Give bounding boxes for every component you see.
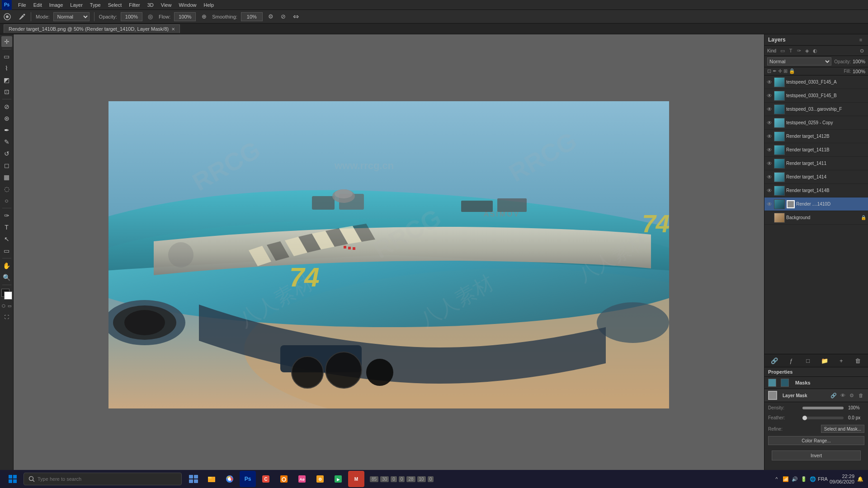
filter-text-icon[interactable]: T [787, 47, 794, 54]
background-color[interactable] [4, 291, 12, 300]
menu-help[interactable]: Help [200, 1, 218, 9]
mode-select[interactable]: Normal Multiply Screen [53, 12, 90, 21]
doc-close-btn[interactable]: ✕ [171, 27, 175, 32]
windows-start-btn[interactable] [4, 470, 22, 488]
screen-mode-btn[interactable]: ⛶ [1, 311, 12, 322]
taskbar-app8[interactable]: ▶ [330, 471, 346, 487]
type-tool[interactable]: T [1, 222, 12, 233]
color-range-btn[interactable]: Color Range... [768, 436, 864, 445]
layers-menu-btn[interactable]: ≡ [857, 36, 864, 43]
pen-tool[interactable]: ✑ [1, 210, 12, 221]
path-select-tool[interactable]: ↖ [1, 234, 12, 244]
smoothing-input[interactable] [241, 12, 263, 21]
layer-item[interactable]: 👁 testspeed_0259 - Copy [764, 116, 868, 130]
dodge-tool[interactable]: ○ [1, 195, 12, 206]
symmetry-btn[interactable]: ⇔ [292, 12, 301, 21]
menu-layer[interactable]: Layer [66, 1, 86, 9]
density-bar[interactable] [802, 407, 844, 409]
layer-item[interactable]: 👁 Render target_1414 [764, 170, 868, 184]
filter-path-icon[interactable]: ✑ [795, 47, 802, 54]
taskbar-taskview[interactable] [185, 471, 202, 487]
opacity-input[interactable] [121, 12, 142, 21]
eyedropper-tool[interactable]: ⊘ [1, 101, 12, 112]
lock-all-icon[interactable]: 🔒 [789, 68, 795, 74]
color-swatch[interactable] [0, 288, 13, 300]
layer-item[interactable]: 👁 Render target_1411B [764, 143, 868, 157]
feather-bar[interactable] [802, 417, 844, 419]
lock-artboard-icon[interactable]: ⊞ [783, 68, 788, 74]
mask-settings-btn[interactable]: ⚙ [848, 392, 855, 399]
tray-network-icon[interactable]: 📶 [782, 475, 790, 483]
pixel-mask-btn[interactable] [768, 379, 776, 387]
clone-stamp-tool[interactable]: ✎ [1, 136, 12, 147]
tool-preset-picker[interactable] [3, 12, 12, 21]
menu-view[interactable]: View [157, 1, 175, 9]
taskbar-blender[interactable] [276, 471, 292, 487]
visibility-toggle[interactable]: 👁 [766, 79, 773, 85]
layer-item-active[interactable]: 👁 Render ....1410D [764, 197, 868, 211]
brush-tool-btn[interactable] [17, 12, 26, 21]
visibility-toggle[interactable]: 👁 [766, 188, 773, 194]
menu-image[interactable]: Image [46, 1, 67, 9]
visibility-toggle[interactable]: 👁 [766, 106, 773, 113]
object-select-tool[interactable]: ◩ [1, 75, 12, 85]
vector-mask-btn[interactable] [781, 379, 789, 387]
tray-battery-icon[interactable]: 🔋 [800, 475, 808, 483]
delete-layer-btn[interactable]: 🗑 [854, 356, 863, 365]
visibility-toggle[interactable]: 👁 [766, 133, 773, 140]
new-group-btn[interactable]: 📁 [820, 356, 829, 365]
taskbar-search[interactable] [24, 473, 182, 485]
layer-item[interactable]: 👁 testspeed_0303_F145_A [764, 75, 868, 89]
lock-position-icon[interactable]: ✛ [778, 68, 782, 74]
taskbar-chrome[interactable] [222, 471, 238, 487]
crop-tool[interactable]: ⊡ [1, 86, 12, 97]
tray-up-arrow[interactable]: ^ [773, 475, 781, 483]
layer-item[interactable]: 👁 testspeed_0303_F145_B [764, 89, 868, 103]
menu-filter[interactable]: Filter [125, 1, 143, 9]
notification-btn[interactable]: 🔔 [856, 475, 864, 483]
layer-item-background[interactable]: 👁 Background 🔒 [764, 211, 868, 225]
history-brush-tool[interactable]: ↺ [1, 148, 12, 159]
visibility-toggle[interactable]: 👁 [766, 120, 773, 126]
menu-file[interactable]: File [14, 1, 30, 9]
filter-adj-icon[interactable]: ◐ [811, 47, 819, 54]
flow-input[interactable] [174, 12, 196, 21]
taskbar-app5[interactable]: C [258, 471, 274, 487]
menu-select[interactable]: Select [104, 1, 126, 9]
standard-mode-btn[interactable]: ▭ [7, 303, 13, 309]
brush-tool[interactable]: ✒ [1, 125, 12, 136]
select-and-mask-btn[interactable]: Select and Mask... [821, 425, 864, 433]
taskbar-photoshop[interactable]: Ps [240, 471, 256, 487]
brush-angle-btn[interactable]: ⊘ [279, 12, 288, 21]
lock-image-icon[interactable]: ✒ [773, 68, 777, 74]
layer-item[interactable]: 👁 Render target_1412B [764, 130, 868, 143]
taskbar-explorer[interactable] [203, 471, 220, 487]
visibility-toggle[interactable]: 👁 [766, 201, 773, 207]
lasso-tool[interactable]: ⌇ [1, 63, 12, 74]
filter-pixel-icon[interactable]: ▭ [779, 47, 786, 54]
taskbar-app6[interactable]: Ae [294, 471, 310, 487]
mask-view-btn[interactable]: 👁 [839, 392, 846, 399]
gradient-tool[interactable]: ▦ [1, 172, 12, 183]
invert-btn[interactable]: Invert [772, 450, 861, 460]
spot-heal-tool[interactable]: ⊛ [1, 113, 12, 124]
move-tool[interactable]: ✛ [1, 36, 12, 47]
mask-delete-btn[interactable]: 🗑 [857, 392, 864, 399]
mask-link-btn[interactable]: 🔗 [830, 392, 837, 399]
document-tab[interactable]: Render target_1410B.png @ 50% (Render ta… [4, 24, 180, 33]
visibility-toggle[interactable]: 👁 [766, 160, 773, 167]
menu-3d[interactable]: 3D [144, 1, 157, 9]
link-layers-btn[interactable]: 🔗 [770, 356, 779, 365]
layer-item[interactable]: 👁 testspeed_03...garovship_F [764, 103, 868, 116]
canvas-image[interactable]: 74 74 ASIMOV [108, 101, 669, 408]
visibility-toggle[interactable]: 👁 [766, 174, 773, 180]
menu-edit[interactable]: Edit [30, 1, 46, 9]
eraser-tool[interactable]: ◻ [1, 160, 12, 171]
tray-flag-icon[interactable]: 🌐 [809, 475, 817, 483]
lock-transparent-icon[interactable]: ⊡ [767, 68, 771, 74]
taskbar-app7[interactable]: ⚙ [312, 471, 328, 487]
visibility-toggle[interactable]: 👁 [766, 93, 773, 99]
shape-tool[interactable]: ▭ [1, 245, 12, 256]
filter-toggle[interactable]: ⊙ [858, 47, 865, 54]
add-mask-btn[interactable]: □ [803, 356, 812, 365]
